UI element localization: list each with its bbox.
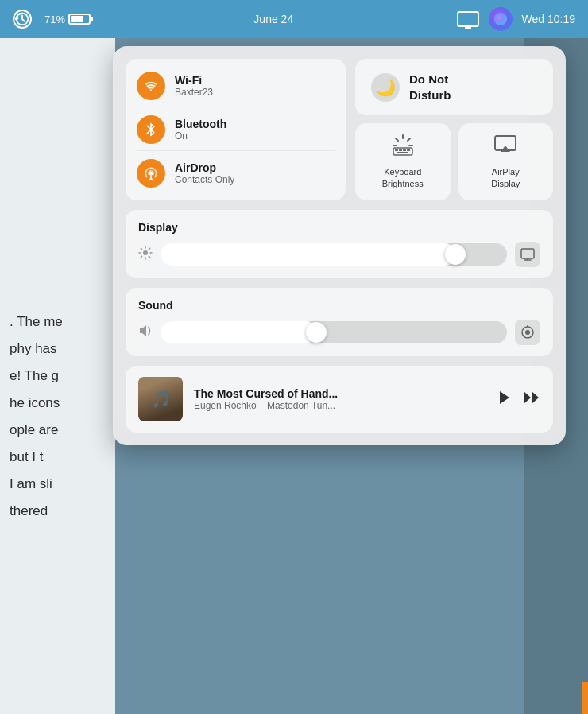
album-art [138,377,183,421]
airplay-display-icon [493,134,517,161]
bluetooth-item[interactable]: Bluetooth On [137,109,335,151]
dnd-icon: 🌙 [371,73,400,102]
svg-rect-11 [395,149,398,151]
display-mirror-icon[interactable] [457,11,479,27]
display-mirror-toggle[interactable] [515,242,540,267]
svg-marker-33 [524,391,531,404]
menu-bar: 71% June 24 Wed 10:19 [0,0,588,38]
display-section-title: Display [138,221,540,234]
menubar-left: 71% [13,10,91,29]
brightness-icon [138,246,153,263]
right-controls: 🌙 Do Not Disturb [355,59,553,200]
airdrop-title: AirDrop [175,161,234,174]
control-center: Wi-Fi Baxter23 Bluetooth On [113,46,566,445]
menubar-right: Wed 10:19 [457,7,575,31]
bg-line-3: e! The g [10,363,106,390]
wifi-icon [143,78,159,94]
svg-point-1 [494,13,507,25]
svg-point-30 [525,330,530,335]
sound-section-title: Sound [138,299,540,312]
svg-rect-26 [521,249,534,258]
airplay-audio-button[interactable] [515,320,540,345]
battery-icon [68,14,91,25]
svg-rect-10 [393,148,412,155]
display-brightness-slider[interactable] [161,243,507,266]
svg-line-23 [149,256,149,257]
bluetooth-icon-circle [137,115,165,144]
wifi-icon-circle [137,72,165,100]
display-section: Display [126,210,553,278]
bg-line-4: he icons [10,390,106,417]
airdrop-icon [143,165,159,181]
time-display: Wed 10:19 [522,13,575,25]
airplay-display-button[interactable]: AirPlayDisplay [458,123,554,200]
svg-point-17 [143,250,148,255]
wifi-item[interactable]: Wi-Fi Baxter23 [137,65,335,107]
playback-controls [496,390,540,409]
svg-rect-15 [397,152,408,153]
top-section: Wi-Fi Baxter23 Bluetooth On [126,59,553,200]
menubar-center: June 24 [253,13,293,25]
bluetooth-title: Bluetooth [175,118,226,130]
history-icon[interactable] [13,10,32,29]
airdrop-text: AirDrop Contacts Only [175,161,234,185]
bg-line-2: phy has [10,336,106,363]
dnd-label-line1: Do Not [409,72,451,87]
background-text: . The me phy has e! The g he icons ople … [0,38,115,714]
keyboard-brightness-label: KeyboardBrightness [382,166,424,189]
track-info: The Most Cursed of Hand... Eugen Rochko … [194,387,485,411]
airdrop-icon-circle [137,159,165,188]
display-slider-row [138,242,540,267]
bg-line-8: thered [10,498,106,525]
svg-line-8 [396,138,398,141]
sound-section: Sound [126,288,553,356]
airdrop-item[interactable]: AirDrop Contacts Only [137,153,335,194]
left-controls: Wi-Fi Baxter23 Bluetooth On [126,59,346,200]
dnd-text: Do Not Disturb [409,72,451,103]
svg-point-2 [149,172,153,176]
battery-container: 71% [44,14,91,25]
bottom-right-row: KeyboardBrightness AirPlayDisplay [355,123,553,200]
bluetooth-text: Bluetooth On [175,118,226,142]
svg-line-24 [149,248,149,249]
fast-forward-button[interactable] [523,390,540,409]
bluetooth-icon [143,122,159,138]
svg-line-9 [408,138,410,141]
airdrop-subtitle: Contacts Only [175,174,234,185]
album-art-image [138,377,183,421]
track-artist: Eugen Rochko – Mastodon Tun... [194,400,485,411]
dnd-label-line2: Disturb [409,87,451,103]
svg-marker-32 [500,391,509,404]
bg-line-5: ople are [10,417,106,444]
wifi-text: Wi-Fi Baxter23 [175,74,213,98]
wifi-subtitle: Baxter23 [175,87,213,98]
airplay-display-label: AirPlayDisplay [491,166,520,189]
volume-icon [138,324,153,341]
orange-bar [582,682,588,714]
do-not-disturb-button[interactable]: 🌙 Do Not Disturb [355,59,553,115]
bg-line-7: I am sli [10,471,106,498]
wifi-title: Wi-Fi [175,74,213,87]
sound-slider-row [138,320,540,345]
svg-rect-13 [403,149,406,151]
svg-line-25 [141,256,141,257]
bluetooth-subtitle: On [175,130,226,142]
svg-rect-12 [399,149,402,151]
svg-rect-14 [407,149,410,151]
bg-line-1: . The me [10,308,106,336]
svg-marker-34 [532,391,539,404]
date-display: June 24 [253,13,293,25]
keyboard-brightness-icon [390,134,416,161]
play-button[interactable] [496,390,512,409]
volume-slider[interactable] [161,321,507,343]
now-playing-section: The Most Cursed of Hand... Eugen Rochko … [126,366,553,433]
bg-line-6: but I t [10,444,106,471]
svg-line-22 [141,248,141,249]
battery-percent: 71% [44,14,65,25]
keyboard-brightness-button[interactable]: KeyboardBrightness [355,123,451,200]
track-title: The Most Cursed of Hand... [194,387,485,400]
siri-icon[interactable] [489,7,513,31]
